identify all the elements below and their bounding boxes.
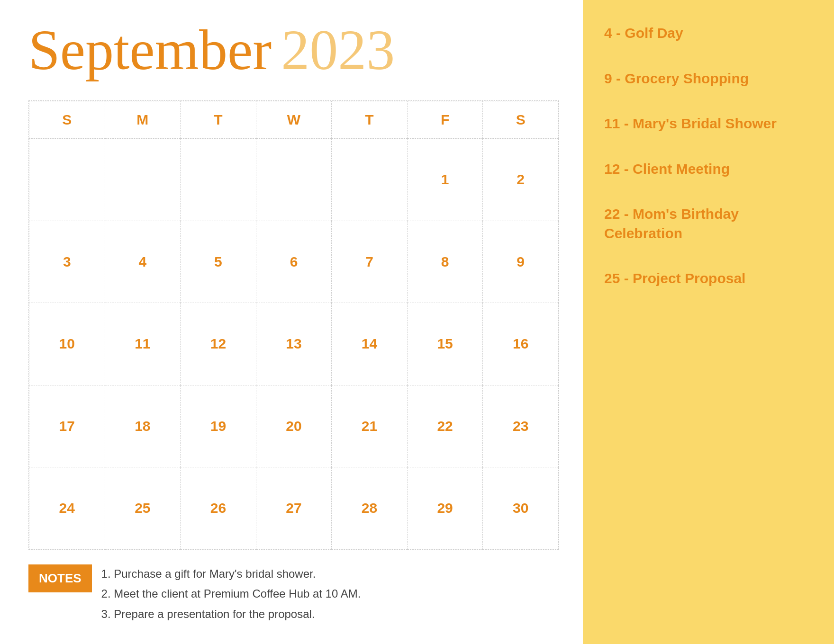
calendar-day-cell: 24	[29, 467, 105, 550]
calendar-day-cell: 2	[483, 139, 559, 221]
month-label: September	[28, 18, 272, 81]
calendar-day-cell: 11	[105, 303, 181, 385]
year-label: 2023	[281, 18, 395, 81]
calendar-week-row: 3456789	[29, 221, 559, 303]
sidebar-event-item: 9 - Grocery Shopping	[604, 69, 813, 89]
calendar-day-cell: 28	[332, 467, 408, 550]
calendar-day-cell: 13	[256, 303, 332, 385]
sidebar-event-item: 11 - Mary's Bridal Shower	[604, 114, 813, 134]
calendar: SMTWTFS 12345678910111213141516171819202…	[28, 100, 559, 550]
day-header: S	[29, 101, 105, 139]
calendar-day-cell: 9	[483, 221, 559, 303]
calendar-day-cell: 6	[256, 221, 332, 303]
notes-section: NOTES 1. Purchase a gift for Mary's brid…	[28, 564, 559, 625]
calendar-header-row: SMTWTFS	[29, 101, 559, 139]
note-item: 3. Prepare a presentation for the propos…	[101, 605, 361, 624]
day-header: S	[483, 101, 559, 139]
note-item: 2. Meet the client at Premium Coffee Hub…	[101, 584, 361, 604]
calendar-day-cell: 21	[332, 385, 408, 467]
calendar-day-cell: 30	[483, 467, 559, 550]
calendar-day-cell: 22	[407, 385, 483, 467]
day-header: T	[181, 101, 256, 139]
calendar-day-cell: 14	[332, 303, 408, 385]
page-title: September2023	[28, 19, 559, 81]
day-header: T	[332, 101, 408, 139]
day-header: F	[407, 101, 483, 139]
calendar-day-cell: 18	[105, 385, 181, 467]
calendar-day-cell: 16	[483, 303, 559, 385]
calendar-day-cell	[105, 139, 181, 221]
calendar-day-cell: 15	[407, 303, 483, 385]
calendar-day-cell: 1	[407, 139, 483, 221]
main-content: September2023 SMTWTFS 123456789101112131…	[0, 0, 583, 644]
sidebar-event-item: 12 - Client Meeting	[604, 160, 813, 179]
calendar-table: SMTWTFS 12345678910111213141516171819202…	[29, 101, 559, 550]
calendar-week-row: 17181920212223	[29, 385, 559, 467]
calendar-day-cell: 25	[105, 467, 181, 550]
sidebar-event-item: 25 - Project Proposal	[604, 269, 813, 288]
calendar-day-cell: 10	[29, 303, 105, 385]
calendar-day-cell	[256, 139, 332, 221]
calendar-day-cell: 29	[407, 467, 483, 550]
calendar-day-cell: 8	[407, 221, 483, 303]
calendar-day-cell: 4	[105, 221, 181, 303]
note-item: 1. Purchase a gift for Mary's bridal sho…	[101, 564, 361, 584]
sidebar-event-item: 4 - Golf Day	[604, 24, 813, 43]
calendar-day-cell: 7	[332, 221, 408, 303]
day-header: W	[256, 101, 332, 139]
calendar-day-cell: 5	[181, 221, 256, 303]
calendar-day-cell: 27	[256, 467, 332, 550]
calendar-day-cell: 26	[181, 467, 256, 550]
calendar-day-cell: 17	[29, 385, 105, 467]
calendar-day-cell: 23	[483, 385, 559, 467]
calendar-day-cell: 12	[181, 303, 256, 385]
day-header: M	[105, 101, 181, 139]
calendar-week-row: 10111213141516	[29, 303, 559, 385]
calendar-day-cell: 19	[181, 385, 256, 467]
notes-label: NOTES	[28, 564, 92, 592]
calendar-day-cell: 3	[29, 221, 105, 303]
sidebar: 4 - Golf Day9 - Grocery Shopping11 - Mar…	[583, 0, 834, 644]
sidebar-event-item: 22 - Mom's Birthday Celebration	[604, 205, 813, 243]
calendar-day-cell: 20	[256, 385, 332, 467]
calendar-day-cell	[332, 139, 408, 221]
calendar-day-cell	[181, 139, 256, 221]
calendar-day-cell	[29, 139, 105, 221]
notes-list: 1. Purchase a gift for Mary's bridal sho…	[101, 564, 361, 625]
calendar-week-row: 12	[29, 139, 559, 221]
calendar-week-row: 24252627282930	[29, 467, 559, 550]
